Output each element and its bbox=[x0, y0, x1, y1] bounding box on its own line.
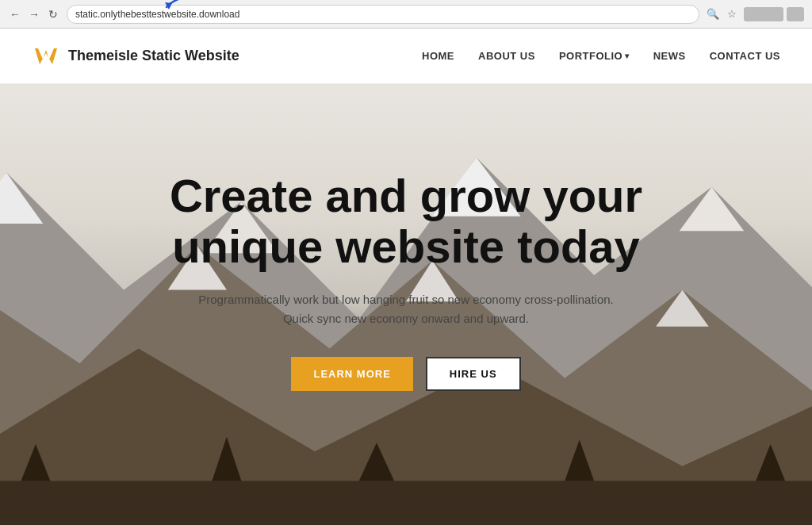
nav-home[interactable]: HOME bbox=[422, 50, 454, 62]
nav-contact[interactable]: CONTACT US bbox=[710, 50, 780, 62]
hero-section: Create and grow your unique website toda… bbox=[0, 84, 812, 525]
hero-title: Create and grow your unique website toda… bbox=[144, 171, 668, 272]
hero-subtitle: Programmatically work but low hanging fr… bbox=[184, 290, 628, 328]
logo-text: Themeisle Static Website bbox=[68, 48, 239, 64]
logo-icon bbox=[32, 42, 60, 71]
svg-marker-4 bbox=[0, 172, 43, 224]
zoom-icon[interactable]: 🔍 bbox=[706, 7, 720, 21]
browser-nav-buttons: ← → ↻ bbox=[8, 7, 60, 21]
nav-news[interactable]: NEWS bbox=[653, 50, 686, 62]
learn-more-button[interactable]: LEARN MORE bbox=[291, 357, 412, 391]
svg-rect-15 bbox=[0, 481, 812, 525]
browser-chrome: ← → ↻ static.onlythebesttestwebsite.down… bbox=[0, 0, 812, 29]
profile-box2 bbox=[787, 7, 804, 21]
hire-us-button[interactable]: HIRE US bbox=[426, 357, 521, 391]
url-text: static.onlythebesttestwebsite.download bbox=[75, 9, 239, 20]
bookmark-icon[interactable]: ☆ bbox=[725, 7, 739, 21]
navbar: Themeisle Static Website HOME ABOUT US P… bbox=[0, 29, 812, 84]
back-button[interactable]: ← bbox=[8, 7, 22, 21]
hero-buttons: LEARN MORE HIRE US bbox=[144, 357, 668, 391]
profile-box bbox=[744, 7, 783, 21]
website: Themeisle Static Website HOME ABOUT US P… bbox=[0, 29, 812, 525]
nav-links: HOME ABOUT US PORTFOLIO ▾ NEWS CONTACT U… bbox=[422, 50, 780, 62]
profile-area bbox=[744, 7, 804, 21]
nav-about[interactable]: ABOUT US bbox=[478, 50, 535, 62]
portfolio-label: PORTFOLIO bbox=[559, 50, 622, 62]
hero-content: Create and grow your unique website toda… bbox=[128, 155, 684, 408]
nav-portfolio[interactable]: PORTFOLIO ▾ bbox=[559, 50, 630, 62]
address-bar[interactable]: static.onlythebesttestwebsite.download bbox=[67, 5, 699, 24]
logo: Themeisle Static Website bbox=[32, 42, 239, 71]
forward-button[interactable]: → bbox=[27, 7, 41, 21]
reload-button[interactable]: ↻ bbox=[46, 7, 60, 21]
chevron-down-icon: ▾ bbox=[625, 52, 630, 60]
browser-actions: 🔍 ☆ bbox=[706, 7, 804, 21]
svg-marker-1 bbox=[35, 48, 57, 64]
